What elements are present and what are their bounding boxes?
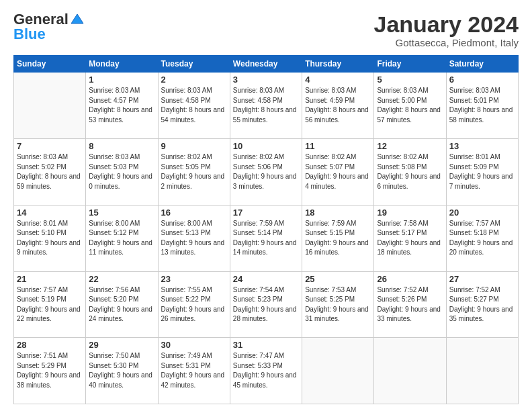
calendar-cell: 9Sunrise: 8:02 AMSunset: 5:05 PMDaylight… <box>158 139 230 205</box>
calendar-cell: 29Sunrise: 7:50 AMSunset: 5:30 PMDayligh… <box>86 338 158 404</box>
calendar-cell: 19Sunrise: 7:58 AMSunset: 5:17 PMDayligh… <box>374 205 446 271</box>
day-number: 25 <box>305 274 371 284</box>
calendar-cell: 5Sunrise: 8:03 AMSunset: 5:00 PMDaylight… <box>374 73 446 139</box>
logo-blue: Blue <box>13 27 85 42</box>
day-number: 17 <box>233 208 299 218</box>
day-info: Sunrise: 7:56 AMSunset: 5:20 PMDaylight:… <box>89 285 154 324</box>
calendar-cell: 15Sunrise: 8:00 AMSunset: 5:12 PMDayligh… <box>86 205 158 271</box>
calendar-cell: 11Sunrise: 8:02 AMSunset: 5:07 PMDayligh… <box>302 139 374 205</box>
day-info: Sunrise: 8:03 AMSunset: 5:03 PMDaylight:… <box>89 152 154 191</box>
calendar-cell <box>374 338 446 404</box>
day-info: Sunrise: 7:50 AMSunset: 5:30 PMDaylight:… <box>89 351 154 390</box>
day-number: 30 <box>161 340 227 350</box>
calendar-cell: 1Sunrise: 8:03 AMSunset: 4:57 PMDaylight… <box>86 73 158 139</box>
day-number: 27 <box>449 274 515 284</box>
page: General Blue January 2024 Gottasecca, Pi… <box>0 0 532 411</box>
day-number: 13 <box>449 141 515 151</box>
day-number: 23 <box>161 274 227 284</box>
day-info: Sunrise: 7:53 AMSunset: 5:25 PMDaylight:… <box>305 285 371 324</box>
calendar-cell: 13Sunrise: 8:01 AMSunset: 5:09 PMDayligh… <box>446 139 518 205</box>
day-number: 5 <box>377 75 443 85</box>
day-info: Sunrise: 8:03 AMSunset: 4:58 PMDaylight:… <box>233 86 299 125</box>
day-info: Sunrise: 8:03 AMSunset: 5:02 PMDaylight:… <box>17 152 83 191</box>
col-header-tuesday: Tuesday <box>158 56 230 73</box>
day-number: 12 <box>377 141 443 151</box>
day-info: Sunrise: 8:01 AMSunset: 5:10 PMDaylight:… <box>17 219 83 258</box>
calendar-cell: 2Sunrise: 8:03 AMSunset: 4:58 PMDaylight… <box>158 73 230 139</box>
title-block: January 2024 Gottasecca, Piedmont, Italy <box>374 12 519 48</box>
svg-marker-0 <box>71 14 83 24</box>
calendar-cell: 21Sunrise: 7:57 AMSunset: 5:19 PMDayligh… <box>14 271 86 338</box>
day-info: Sunrise: 7:57 AMSunset: 5:18 PMDaylight:… <box>449 219 515 258</box>
day-info: Sunrise: 7:51 AMSunset: 5:29 PMDaylight:… <box>17 351 83 390</box>
calendar-header-row: SundayMondayTuesdayWednesdayThursdayFrid… <box>14 56 519 73</box>
calendar-cell: 4Sunrise: 8:03 AMSunset: 4:59 PMDaylight… <box>302 73 374 139</box>
day-info: Sunrise: 8:02 AMSunset: 5:07 PMDaylight:… <box>305 152 371 191</box>
day-number: 11 <box>305 141 371 151</box>
calendar-cell: 26Sunrise: 7:52 AMSunset: 5:26 PMDayligh… <box>374 271 446 338</box>
day-number: 22 <box>89 274 154 284</box>
calendar-week-row: 14Sunrise: 8:01 AMSunset: 5:10 PMDayligh… <box>14 205 519 271</box>
day-number: 6 <box>449 75 515 85</box>
day-info: Sunrise: 7:59 AMSunset: 5:15 PMDaylight:… <box>305 219 371 258</box>
calendar-cell: 23Sunrise: 7:55 AMSunset: 5:22 PMDayligh… <box>158 271 230 338</box>
calendar-cell: 10Sunrise: 8:02 AMSunset: 5:06 PMDayligh… <box>230 139 302 205</box>
day-info: Sunrise: 8:02 AMSunset: 5:05 PMDaylight:… <box>161 152 227 191</box>
day-number: 29 <box>89 340 154 350</box>
calendar-cell <box>446 338 518 404</box>
day-number: 8 <box>89 141 154 151</box>
day-info: Sunrise: 8:03 AMSunset: 4:58 PMDaylight:… <box>161 86 227 125</box>
month-title: January 2024 <box>374 12 519 37</box>
day-info: Sunrise: 8:02 AMSunset: 5:06 PMDaylight:… <box>233 152 299 191</box>
day-number: 31 <box>233 340 299 350</box>
day-number: 7 <box>17 141 83 151</box>
calendar-cell: 24Sunrise: 7:54 AMSunset: 5:23 PMDayligh… <box>230 271 302 338</box>
day-info: Sunrise: 7:52 AMSunset: 5:27 PMDaylight:… <box>449 285 515 324</box>
day-info: Sunrise: 8:03 AMSunset: 5:00 PMDaylight:… <box>377 86 443 125</box>
logo: General Blue <box>13 12 85 42</box>
day-info: Sunrise: 8:01 AMSunset: 5:09 PMDaylight:… <box>449 152 515 191</box>
calendar-cell: 14Sunrise: 8:01 AMSunset: 5:10 PMDayligh… <box>14 205 86 271</box>
header: General Blue January 2024 Gottasecca, Pi… <box>13 12 519 48</box>
location: Gottasecca, Piedmont, Italy <box>374 37 519 48</box>
day-info: Sunrise: 8:03 AMSunset: 4:57 PMDaylight:… <box>89 86 154 125</box>
col-header-monday: Monday <box>86 56 158 73</box>
calendar-cell: 12Sunrise: 8:02 AMSunset: 5:08 PMDayligh… <box>374 139 446 205</box>
day-number: 4 <box>305 75 371 85</box>
col-header-saturday: Saturday <box>446 56 518 73</box>
calendar-cell: 17Sunrise: 7:59 AMSunset: 5:14 PMDayligh… <box>230 205 302 271</box>
day-number: 15 <box>89 208 154 218</box>
day-number: 19 <box>377 208 443 218</box>
logo-icon <box>70 13 85 25</box>
day-number: 2 <box>161 75 227 85</box>
day-info: Sunrise: 8:00 AMSunset: 5:13 PMDaylight:… <box>161 219 227 258</box>
calendar-cell: 31Sunrise: 7:47 AMSunset: 5:33 PMDayligh… <box>230 338 302 404</box>
calendar-week-row: 1Sunrise: 8:03 AMSunset: 4:57 PMDaylight… <box>14 73 519 139</box>
day-number: 20 <box>449 208 515 218</box>
calendar-cell: 27Sunrise: 7:52 AMSunset: 5:27 PMDayligh… <box>446 271 518 338</box>
calendar-table: SundayMondayTuesdayWednesdayThursdayFrid… <box>13 55 519 404</box>
day-number: 14 <box>17 208 83 218</box>
day-info: Sunrise: 8:00 AMSunset: 5:12 PMDaylight:… <box>89 219 154 258</box>
calendar-cell: 25Sunrise: 7:53 AMSunset: 5:25 PMDayligh… <box>302 271 374 338</box>
day-number: 1 <box>89 75 154 85</box>
calendar-week-row: 7Sunrise: 8:03 AMSunset: 5:02 PMDaylight… <box>14 139 519 205</box>
day-number: 26 <box>377 274 443 284</box>
day-number: 16 <box>161 208 227 218</box>
calendar-cell: 3Sunrise: 8:03 AMSunset: 4:58 PMDaylight… <box>230 73 302 139</box>
day-number: 9 <box>161 141 227 151</box>
col-header-friday: Friday <box>374 56 446 73</box>
day-info: Sunrise: 8:03 AMSunset: 4:59 PMDaylight:… <box>305 86 371 125</box>
day-number: 10 <box>233 141 299 151</box>
day-info: Sunrise: 7:55 AMSunset: 5:22 PMDaylight:… <box>161 285 227 324</box>
calendar-cell: 30Sunrise: 7:49 AMSunset: 5:31 PMDayligh… <box>158 338 230 404</box>
logo-general: General <box>13 12 69 27</box>
day-number: 28 <box>17 340 83 350</box>
calendar-cell: 18Sunrise: 7:59 AMSunset: 5:15 PMDayligh… <box>302 205 374 271</box>
day-info: Sunrise: 7:57 AMSunset: 5:19 PMDaylight:… <box>17 285 83 324</box>
calendar-cell: 22Sunrise: 7:56 AMSunset: 5:20 PMDayligh… <box>86 271 158 338</box>
day-info: Sunrise: 7:52 AMSunset: 5:26 PMDaylight:… <box>377 285 443 324</box>
day-info: Sunrise: 8:03 AMSunset: 5:01 PMDaylight:… <box>449 86 515 125</box>
calendar-cell: 7Sunrise: 8:03 AMSunset: 5:02 PMDaylight… <box>14 139 86 205</box>
day-number: 18 <box>305 208 371 218</box>
